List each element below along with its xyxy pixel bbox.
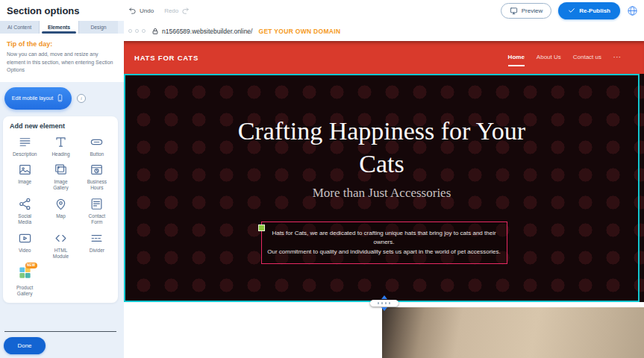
tab-design-label: Design xyxy=(90,25,106,30)
element-html-module[interactable]: HTML Module xyxy=(43,231,78,260)
page-title: Section options xyxy=(7,5,80,16)
nav-contact-us[interactable]: Contact us xyxy=(573,54,601,62)
mobile-layout-row: Edit mobile layout i xyxy=(0,82,124,115)
map-icon xyxy=(54,197,68,211)
element-label: Video xyxy=(19,248,31,254)
element-label: Business Hours xyxy=(84,179,110,192)
element-label: Divider xyxy=(90,248,104,254)
hero-headline[interactable]: Crafting Happiness for Your Cats xyxy=(124,115,640,180)
undo-icon xyxy=(128,7,137,15)
element-label: HTML Module xyxy=(48,248,73,260)
nav-home[interactable]: Home xyxy=(508,54,525,62)
hero-paragraph-box[interactable]: Hats for Cats, we are dedicated to craft… xyxy=(261,222,507,264)
undo-label: Undo xyxy=(140,7,154,14)
republish-button[interactable]: Re-Publish xyxy=(558,2,620,19)
topbar-actions: Preview Re-Publish xyxy=(501,2,638,19)
arrow-down-icon xyxy=(381,307,387,311)
element-drag-handle[interactable] xyxy=(258,224,265,231)
element-label: Product Gallery xyxy=(12,285,37,298)
preview-area: n1566589.websitebuilder.online/ GET YOUR… xyxy=(124,21,644,358)
site-logo[interactable]: HATS FOR CATS xyxy=(134,54,198,62)
redo-label: Redo xyxy=(164,7,178,14)
element-description[interactable]: Description xyxy=(7,135,42,157)
tip-title: Tip of the day: xyxy=(7,40,115,48)
divider-icon xyxy=(90,231,104,245)
next-section-preview[interactable] xyxy=(382,307,644,358)
site-preview: HATS FOR CATS Home About Us Contact us ·… xyxy=(124,41,644,358)
element-button[interactable]: Button xyxy=(80,135,114,157)
edit-mobile-layout-label: Edit mobile layout xyxy=(12,95,53,101)
element-label: Map xyxy=(56,213,66,219)
element-product-gallery[interactable]: NEW Product Gallery xyxy=(7,266,42,298)
preview-button[interactable]: Preview xyxy=(501,3,551,19)
element-heading[interactable]: Heading xyxy=(43,135,78,157)
button-icon xyxy=(90,135,104,149)
browser-bar: n1566589.websitebuilder.online/ GET YOUR… xyxy=(124,21,644,41)
section-resize-handle[interactable] xyxy=(370,295,398,311)
paragraph-line: Our commitment to quality and individual… xyxy=(265,248,504,257)
tip-body: Now you can add, move and resize any ele… xyxy=(7,51,115,75)
element-image[interactable]: Image xyxy=(7,163,42,192)
element-social-media[interactable]: Social Media xyxy=(7,197,42,226)
element-label: Image Gallery xyxy=(48,179,73,192)
tab-ai-content[interactable]: AI Content xyxy=(0,21,40,34)
hero-subtitle[interactable]: More than Just Accessories xyxy=(124,186,640,201)
redo-button[interactable]: Redo xyxy=(164,7,190,15)
app: Section options Undo Redo Preview Re-Pub… xyxy=(0,0,644,358)
tab-elements[interactable]: Elements xyxy=(40,21,79,34)
element-label: Heading xyxy=(51,151,69,157)
element-map[interactable]: Map xyxy=(43,197,78,226)
undo-button[interactable]: Undo xyxy=(128,7,154,15)
done-label: Done xyxy=(17,342,31,349)
language-globe-button[interactable] xyxy=(627,5,638,16)
element-label: Contact Form xyxy=(84,213,110,226)
image-gallery-icon xyxy=(54,163,68,177)
business-hours-icon xyxy=(90,163,104,177)
done-button[interactable]: Done xyxy=(4,337,46,354)
sidebar-divider xyxy=(4,331,116,332)
check-icon xyxy=(568,7,575,14)
builder-sidebar: AI Content Elements Design Tip of the da… xyxy=(0,21,124,358)
site-header[interactable]: HATS FOR CATS Home About Us Contact us ·… xyxy=(124,41,644,74)
arrow-up-icon xyxy=(381,295,387,299)
hero-section[interactable]: Crafting Happiness for Your Cats More th… xyxy=(124,74,644,302)
tab-elements-label: Elements xyxy=(48,25,70,30)
element-video[interactable]: Video xyxy=(7,231,42,260)
social-media-icon xyxy=(18,197,32,211)
tab-design[interactable]: Design xyxy=(79,21,118,34)
video-icon xyxy=(18,231,32,245)
add-element-panel: Add new element Description Heading Butt… xyxy=(3,116,118,304)
element-grid: Description Heading Button Image Image G… xyxy=(7,135,114,298)
add-panel-title: Add new element xyxy=(10,122,114,130)
nav-more-icon[interactable]: ··· xyxy=(613,54,622,62)
site-nav: Home About Us Contact us ··· xyxy=(508,54,622,62)
republish-label: Re-Publish xyxy=(579,7,610,14)
monitor-icon xyxy=(510,7,518,15)
paragraph-line: Hats for Cats, we are dedicated to craft… xyxy=(265,229,504,248)
element-business-hours[interactable]: Business Hours xyxy=(80,163,114,192)
element-contact-form[interactable]: Contact Form xyxy=(80,197,114,226)
preview-label: Preview xyxy=(522,7,543,14)
tip-of-the-day: Tip of the day: Now you can add, move an… xyxy=(0,34,124,82)
smartphone-icon xyxy=(56,92,64,104)
image-icon xyxy=(18,163,32,177)
info-glyph: i xyxy=(81,95,82,101)
html-module-icon xyxy=(54,231,68,245)
site-url[interactable]: n1566589.websitebuilder.online/ xyxy=(162,28,252,35)
builder-topbar: Section options Undo Redo Preview Re-Pub… xyxy=(0,0,644,21)
contact-form-icon xyxy=(90,197,104,211)
globe-icon xyxy=(627,5,638,16)
element-image-gallery[interactable]: Image Gallery xyxy=(43,163,78,192)
description-icon xyxy=(18,135,32,149)
element-divider[interactable]: Divider xyxy=(80,231,114,260)
get-domain-link[interactable]: GET YOUR OWN DOMAIN xyxy=(258,28,340,35)
element-label: Social Media xyxy=(12,213,37,226)
element-label: Image xyxy=(18,179,31,185)
drag-grip xyxy=(370,300,398,307)
new-badge: NEW xyxy=(25,263,37,268)
nav-about-us[interactable]: About Us xyxy=(537,54,561,62)
info-button[interactable]: i xyxy=(77,94,86,103)
history-controls: Undo Redo xyxy=(128,7,190,15)
edit-mobile-layout-button[interactable]: Edit mobile layout xyxy=(4,87,72,110)
tab-ai-content-label: AI Content xyxy=(7,25,31,30)
